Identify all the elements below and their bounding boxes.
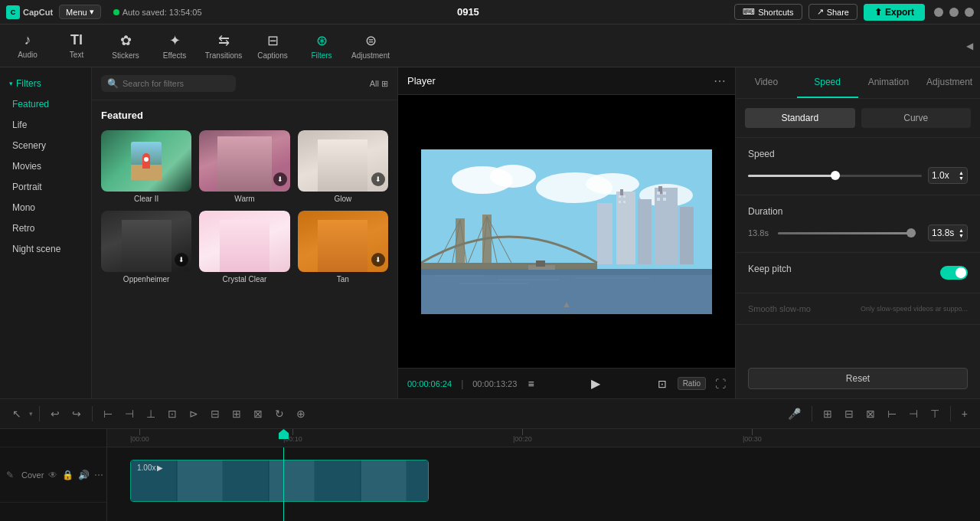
split-left-button[interactable]: ⊥ <box>142 405 160 423</box>
rotate-button[interactable]: ↻ <box>270 405 289 423</box>
sidebar-item-movies[interactable]: Movies <box>3 156 88 176</box>
filter-name-tan: Tan <box>298 275 388 283</box>
tab-video[interactable]: Video <box>736 67 797 98</box>
standard-speed-button[interactable]: Standard <box>745 108 855 128</box>
ruler-mark-0: |00:00 <box>130 429 149 447</box>
filter-card-warm[interactable]: ⬇ Warm <box>199 130 289 203</box>
filter-thumb-clear-ii <box>101 130 191 192</box>
clip-thumbnail-strip <box>131 460 428 501</box>
tool-transitions[interactable]: ⇆ Transitions <box>199 25 248 67</box>
ruler-mark-20: |00:20 <box>513 429 532 447</box>
timeline-video-clip[interactable]: 1.00x ▶ <box>130 460 429 502</box>
sidebar-item-retro[interactable]: Retro <box>3 218 88 238</box>
tool-filters[interactable]: ⊛ Filters <box>297 25 346 67</box>
shortcuts-button[interactable]: ⌨ Shortcuts <box>734 4 802 20</box>
copy-button[interactable]: ⊣ <box>904 405 923 423</box>
reset-button[interactable]: Reset <box>748 368 968 389</box>
keyboard-icon: ⌨ <box>743 7 755 17</box>
main-content: ▾ Filters Featured Life Scenery Movies P… <box>0 67 980 398</box>
sidebar-item-night-scene[interactable]: Night scene <box>3 239 88 259</box>
adjustment-icon: ⊜ <box>365 32 377 49</box>
all-filters-button[interactable]: All ⊞ <box>370 79 388 89</box>
menu-button[interactable]: Menu ▾ <box>59 5 101 19</box>
attach-button[interactable]: ⊞ <box>818 405 837 423</box>
split-track-button[interactable]: ⊢ <box>883 405 901 423</box>
redo-button[interactable]: ↪ <box>67 405 86 423</box>
filter-card-tan[interactable]: ⬇ Tan <box>298 211 388 283</box>
player-menu-icon[interactable]: ⋯ <box>714 74 726 88</box>
ratio-button[interactable]: Ratio <box>678 377 706 390</box>
filter-card-crystal[interactable]: Crystal Clear <box>199 211 289 283</box>
collapse-panel-button[interactable]: ◀ <box>962 25 977 67</box>
tool-effects[interactable]: ✦ Effects <box>150 25 199 67</box>
track-more-icon[interactable]: ⋯ <box>94 470 103 480</box>
filters-header[interactable]: ▾ Filters <box>0 74 91 93</box>
filter-name-glow: Glow <box>298 195 388 203</box>
connect-button[interactable]: ⊠ <box>861 405 880 423</box>
sidebar-item-mono[interactable]: Mono <box>3 198 88 218</box>
share-button[interactable]: ↗ Share <box>808 4 858 20</box>
tool-captions[interactable]: ⊟ Captions <box>248 25 297 67</box>
track-audio-icon[interactable]: 🔊 <box>78 470 90 480</box>
sidebar-item-portrait[interactable]: Portrait <box>3 177 88 197</box>
filter-card-oppenheimer[interactable]: ⬇ Oppenheimer <box>101 211 191 283</box>
keep-pitch-toggle[interactable] <box>940 266 968 280</box>
mic-button[interactable]: 🎤 <box>783 405 805 423</box>
tab-animation[interactable]: Animation <box>858 67 920 98</box>
maximize-button[interactable] <box>949 8 959 17</box>
delete-button[interactable]: ⊡ <box>163 405 181 423</box>
search-input[interactable] <box>101 75 236 92</box>
tab-adjustment[interactable]: Adjustment <box>919 67 980 98</box>
fullscreen-button[interactable]: ⛶ <box>715 378 726 390</box>
zoom-in-button[interactable]: + <box>957 405 972 423</box>
play-button[interactable]: ▶ <box>590 375 602 392</box>
tool-audio[interactable]: ♪ Audio <box>3 25 52 67</box>
filter-name-oppenheimer: Oppenheimer <box>101 275 191 283</box>
replace-button[interactable]: ⊤ <box>926 405 944 423</box>
filter-card-glow[interactable]: ⬇ Glow <box>298 130 388 203</box>
screenshot-button[interactable]: ⊡ <box>656 376 668 392</box>
select-tool-button[interactable]: ↖ <box>8 405 26 423</box>
speed-slider-thumb[interactable] <box>831 171 840 180</box>
logo-icon: C <box>6 5 20 19</box>
sidebar-item-featured[interactable]: Featured <box>3 94 88 114</box>
edit-icon[interactable]: ✎ <box>6 470 14 480</box>
link-button[interactable]: ⊟ <box>840 405 858 423</box>
stabilize-button[interactable]: ⊳ <box>185 405 203 423</box>
freeze-button[interactable]: ⊞ <box>227 405 246 423</box>
sidebar-item-scenery[interactable]: Scenery <box>3 136 88 156</box>
speed-value-display[interactable]: 1.0x ▲▼ <box>928 167 968 184</box>
undo-button[interactable]: ↩ <box>46 405 64 423</box>
tool-text[interactable]: TI Text <box>52 25 101 67</box>
mirror-button[interactable]: ⊠ <box>249 405 267 423</box>
list-view-button[interactable]: ≡ <box>526 376 535 392</box>
tool-adjustment[interactable]: ⊜ Adjustment <box>346 25 395 67</box>
timeline-toolbar: ↖ ▾ ↩ ↪ ⊢ ⊣ ⊥ ⊡ ⊳ ⊟ ⊞ ⊠ ↻ ⊕ 🎤 ⊞ ⊟ ⊠ ⊢ ⊣ … <box>0 398 980 429</box>
track-visibility-icon[interactable]: 👁 <box>48 470 57 480</box>
filter-card-clear-ii[interactable]: Clear II <box>101 130 191 203</box>
tool-stickers[interactable]: ✿ Stickers <box>101 25 150 67</box>
svg-rect-20 <box>663 198 666 201</box>
tab-speed[interactable]: Speed <box>797 67 858 98</box>
sidebar-item-life[interactable]: Life <box>3 115 88 135</box>
close-button[interactable] <box>965 8 974 17</box>
fit-button[interactable]: ⊕ <box>292 405 310 423</box>
filter-thumb-crystal <box>199 211 289 272</box>
curve-speed-button[interactable]: Curve <box>861 108 972 128</box>
track-lock-icon[interactable]: 🔒 <box>62 470 74 480</box>
crop-button[interactable]: ⊟ <box>206 405 224 423</box>
duration-slider-thumb[interactable] <box>906 228 916 238</box>
filter-grid: Clear II ⬇ Warm <box>101 130 388 283</box>
speed-label: Speed <box>748 149 968 159</box>
timeline-side-panel: ✎ Cover 👁 🔒 🔊 ⋯ <box>0 429 107 521</box>
export-button[interactable]: ⬆ Export <box>864 4 925 21</box>
split-keep-button[interactable]: ⊣ <box>120 405 139 423</box>
svg-rect-38 <box>536 260 545 267</box>
minimize-button[interactable] <box>934 8 943 17</box>
svg-rect-32 <box>421 269 712 275</box>
split-button[interactable]: ⊢ <box>99 405 117 423</box>
duration-value-display[interactable]: 13.8s ▲▼ <box>928 224 968 241</box>
filter-panel: 🔍 All ⊞ Featured <box>92 67 398 398</box>
filters-icon: ⊛ <box>316 32 328 49</box>
toggle-knob-icon <box>956 267 966 278</box>
